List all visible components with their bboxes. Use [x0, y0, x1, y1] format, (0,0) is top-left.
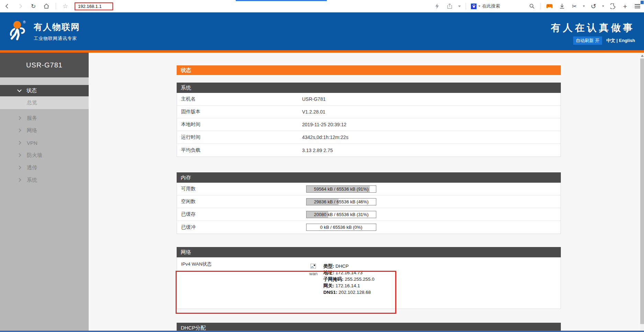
sidebar-item-network[interactable]: 网络	[0, 124, 89, 137]
search-engine-box[interactable]: 在此搜索	[471, 3, 523, 9]
sidebar-item-label: 透传	[27, 164, 37, 171]
network-section: 网络 IPv4 WAN状态 wan 类型: DHCP 地址: 172.16.14…	[177, 247, 561, 309]
table-row: 已缓存 20080 kB / 65536 kB (31%)	[177, 208, 560, 221]
chevron-right-icon	[17, 141, 21, 144]
sidebar-group-label: 状态	[26, 87, 37, 94]
detail-value: DHCP	[334, 264, 349, 269]
chevron-down-icon[interactable]	[458, 6, 461, 7]
table-row: 本地时间 2019-11-25 20:39:12	[177, 118, 560, 131]
sidebar-group-status[interactable]: 状态	[0, 85, 89, 96]
memory-progress-text: 20080 kB / 65536 kB (31%)	[307, 211, 376, 218]
chevron-right-icon	[17, 153, 21, 157]
notification-badge	[641, 1, 644, 4]
detail-label: 类型:	[323, 264, 334, 269]
row-label: 本地时间	[177, 121, 302, 128]
main-content: 状态 系统 主机名 USR-G781 固件版本 V1.2.28.01 本地时间 …	[89, 53, 640, 332]
browser-toolbar: ↻ ☆ 192.168.1.1 在此搜索	[0, 0, 644, 12]
row-label: 已缓冲	[177, 224, 302, 231]
scrollbar-thumb[interactable]	[640, 58, 644, 324]
sidebar-item-vpn[interactable]: VPN	[0, 137, 89, 149]
row-label: 空闲数	[177, 199, 302, 205]
auto-refresh-toggle[interactable]: 自动刷新 开	[573, 36, 602, 45]
row-value: 2019-11-25 20:39:12	[302, 122, 346, 127]
logo-title: 有人物联网	[34, 21, 80, 33]
night-mode-moon-icon[interactable]	[609, 2, 617, 10]
scissors-caret-icon[interactable]	[583, 6, 585, 7]
search-engine-caret-icon[interactable]	[478, 6, 480, 7]
sidebar-item-label: 防火墙	[27, 152, 42, 159]
row-label: 固件版本	[177, 109, 302, 115]
header-slogan: 有人在认真做事	[551, 21, 635, 34]
sidebar-item-label: 网络	[27, 127, 37, 134]
sidebar-item-firewall[interactable]: 防火墙	[0, 149, 89, 161]
memory-progress-bar: 20080 kB / 65536 kB (31%)	[306, 211, 376, 218]
home-icon[interactable]	[43, 2, 50, 10]
memory-progress-bar: 59564 kB / 65536 kB (91%)	[306, 185, 376, 193]
wan-status-label: IPv4 WAN状态	[181, 261, 212, 267]
memory-progress-bar: 29836 kB / 65536 kB (46%)	[306, 198, 376, 205]
page-loading-bar	[236, 0, 327, 1]
row-value: 3.13 2.89 2.75	[302, 148, 333, 153]
memory-progress-text: 59564 kB / 65536 kB (91%)	[307, 186, 376, 192]
system-section: 系统 主机名 USR-G781 固件版本 V1.2.28.01 本地时间 201…	[177, 83, 561, 157]
table-row: 固件版本 V1.2.28.01	[177, 106, 560, 118]
scrollbar-up-arrow-icon[interactable]	[641, 55, 644, 57]
vertical-scrollbar[interactable]	[640, 53, 644, 332]
sidebar-item-label: 总览	[27, 99, 37, 106]
toolbar-divider	[56, 3, 56, 10]
sidebar-item-system[interactable]: 系统	[0, 174, 89, 186]
table-row: 运行时间 4342s,0d:1h:12m:22s	[177, 131, 560, 144]
back-icon[interactable]	[3, 2, 11, 10]
row-label: 运行时间	[177, 134, 302, 140]
favorite-star-icon[interactable]: ☆	[62, 2, 69, 10]
bottom-blue-line	[0, 331, 644, 332]
chevron-right-icon	[17, 178, 21, 182]
memory-section: 内存 可用数 59564 kB / 65536 kB (91%) 空闲数 298…	[177, 172, 561, 234]
menu-hamburger-icon[interactable]	[634, 2, 641, 10]
refresh-icon[interactable]: ↻	[30, 2, 37, 10]
chevron-right-icon	[17, 116, 21, 120]
row-label: 可用数	[177, 186, 302, 192]
flash-lightning-icon[interactable]	[433, 2, 441, 10]
chevron-down-icon	[17, 88, 22, 92]
sidebar-item-services[interactable]: 服务	[0, 112, 89, 124]
table-row: 平均负载 3.13 2.89 2.75	[177, 144, 560, 157]
table-row: 主机名 USR-G781	[177, 93, 560, 106]
sidebar-item-label: 服务	[27, 115, 37, 121]
network-section-header: 网络	[177, 247, 561, 257]
row-label: 已缓存	[177, 211, 302, 217]
undo-icon[interactable]: ↺	[590, 2, 597, 10]
sidebar-item-overview[interactable]: 总览	[0, 96, 89, 109]
sidebar-item-passthrough[interactable]: 透传	[0, 161, 89, 174]
download-icon[interactable]	[558, 2, 566, 10]
sidebar-item-label: 系统	[27, 177, 37, 183]
share-icon[interactable]	[446, 2, 453, 10]
memory-section-header: 内存	[177, 172, 561, 183]
logo-subtitle: 工业物联网通讯专家	[34, 35, 80, 42]
new-tab-plus-icon[interactable]: +	[621, 2, 629, 10]
device-name: USR-G781	[0, 53, 89, 77]
address-bar[interactable]: 192.168.1.1	[75, 2, 113, 10]
table-row: 可用数 59564 kB / 65536 kB (91%)	[177, 183, 560, 195]
scissors-icon[interactable]: ✂	[570, 2, 578, 10]
wan-interface-icon	[310, 264, 317, 269]
language-switcher[interactable]: 中文 | English	[606, 38, 635, 44]
undo-caret-icon[interactable]	[602, 6, 604, 7]
page-title: 状态	[177, 65, 561, 75]
row-value: 4342s,0d:1h:12m:22s	[302, 135, 348, 140]
table-row: 已缓冲 0 kB / 65536 kB (0%)	[177, 221, 560, 234]
search-icon[interactable]	[528, 2, 536, 10]
system-section-header: 系统	[177, 83, 561, 93]
memory-progress-text: 29836 kB / 65536 kB (46%)	[307, 199, 376, 205]
gamepad-icon[interactable]	[546, 2, 553, 10]
forward-icon[interactable]	[16, 2, 24, 10]
table-row: 空闲数 29836 kB / 65536 kB (46%)	[177, 195, 560, 208]
search-input[interactable]: 在此搜索	[482, 3, 523, 9]
chevron-right-icon	[17, 165, 21, 169]
url-text: 192.168.1.1	[78, 4, 102, 9]
chevron-right-icon	[17, 128, 21, 132]
orange-accent-stripe	[0, 50, 644, 53]
baidu-icon[interactable]	[471, 3, 477, 9]
sidebar-item-label: VPN	[27, 140, 37, 146]
row-value: USR-G781	[302, 96, 325, 102]
